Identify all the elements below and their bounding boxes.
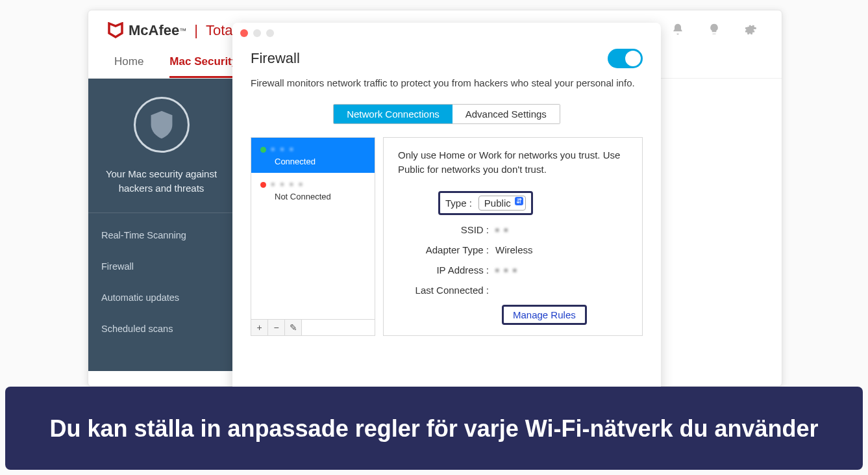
firewall-title: Firewall xyxy=(251,50,300,67)
type-highlight-box: Type : Public xyxy=(438,191,533,215)
tab-home[interactable]: Home xyxy=(114,55,143,78)
tab-mac-security[interactable]: Mac Security xyxy=(169,55,238,78)
sidebar: Your Mac security against hackers and th… xyxy=(88,79,234,371)
sidebar-item-updates[interactable]: Automatic updates xyxy=(88,282,234,313)
network-status: Connected xyxy=(260,157,366,166)
firewall-tabset: Network Connections Advanced Settings xyxy=(333,104,560,124)
status-dot-green-icon xyxy=(260,147,266,153)
sidebar-item-realtime[interactable]: Real-Time Scanning xyxy=(88,220,234,251)
add-network-button[interactable]: + xyxy=(251,320,268,335)
brand-tm: ™ xyxy=(179,27,186,34)
manage-rules-button[interactable]: Manage Rules xyxy=(502,305,587,325)
lightbulb-icon[interactable] xyxy=(708,23,726,38)
network-name: ▪ ▪ ▪ ▪ xyxy=(271,179,304,189)
network-advice: Only use Home or Work for networks you t… xyxy=(398,148,628,177)
firewall-toggle[interactable] xyxy=(608,49,643,68)
bell-icon[interactable] xyxy=(671,23,689,38)
brand-product: Total xyxy=(206,22,236,39)
ip-value: ▪ ▪ ▪ xyxy=(495,264,628,276)
network-item-connected[interactable]: ▪ ▪ ▪ Connected xyxy=(251,138,375,173)
ip-label: IP Address : xyxy=(398,264,495,276)
brand-name: McAfee xyxy=(129,22,179,39)
last-connected-label: Last Connected : xyxy=(398,285,495,296)
network-item-not-connected[interactable]: ▪ ▪ ▪ ▪ Not Connected xyxy=(251,173,375,208)
type-select[interactable]: Public xyxy=(478,196,526,211)
caption-bar: Du kan ställa in anpassade regler för va… xyxy=(5,387,863,470)
firewall-window: Firewall Firewall monitors network traff… xyxy=(232,23,661,396)
type-label: Type : xyxy=(445,198,472,209)
mcafee-logo-icon xyxy=(108,22,123,39)
tab-advanced-settings[interactable]: Advanced Settings xyxy=(453,105,560,123)
remove-network-button[interactable]: − xyxy=(268,320,285,335)
adapter-value: Wireless xyxy=(495,244,628,255)
maximize-icon[interactable] xyxy=(266,29,274,37)
status-dot-red-icon xyxy=(260,182,266,188)
sidebar-hero-text: Your Mac security against hackers and th… xyxy=(97,167,225,196)
sidebar-item-scans[interactable]: Scheduled scans xyxy=(88,313,234,344)
sidebar-item-firewall[interactable]: Firewall xyxy=(88,251,234,282)
shield-ring-icon xyxy=(134,97,190,153)
network-detail-panel: Only use Home or Work for networks you t… xyxy=(383,137,643,336)
network-list: ▪ ▪ ▪ Connected ▪ ▪ ▪ ▪ Not Connected + … xyxy=(251,137,375,336)
adapter-label: Adapter Type : xyxy=(398,244,495,255)
brand-divider: | xyxy=(194,22,198,39)
network-name: ▪ ▪ ▪ xyxy=(271,144,295,154)
sidebar-hero: Your Mac security against hackers and th… xyxy=(88,79,234,213)
close-icon[interactable] xyxy=(240,29,248,37)
network-status: Not Connected xyxy=(260,192,366,201)
gear-icon[interactable] xyxy=(744,23,762,38)
network-list-footer: + − ✎ xyxy=(251,319,375,335)
ssid-value: ▪ ▪ xyxy=(495,224,628,235)
caption-text: Du kan ställa in anpassade regler för va… xyxy=(49,414,818,443)
minimize-icon[interactable] xyxy=(253,29,261,37)
window-traffic-lights xyxy=(232,23,661,44)
edit-network-button[interactable]: ✎ xyxy=(285,320,302,335)
tab-network-connections[interactable]: Network Connections xyxy=(334,105,453,123)
firewall-description: Firewall monitors network traffic to pro… xyxy=(232,77,661,99)
ssid-label: SSID : xyxy=(398,224,495,235)
